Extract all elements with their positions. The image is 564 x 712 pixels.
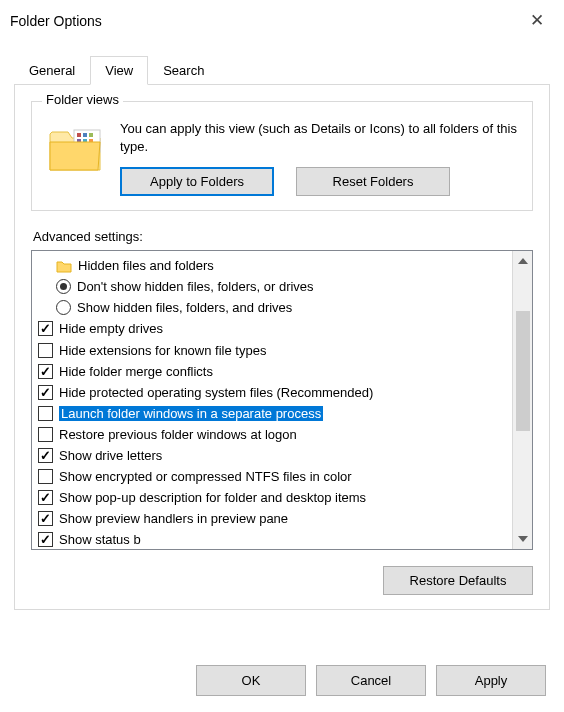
- svg-rect-3: [89, 133, 93, 137]
- checkbox-option[interactable]: ✓Show status b: [38, 529, 510, 549]
- tab-search[interactable]: Search: [148, 56, 219, 85]
- folder-views-group: Folder views You can apply this view (su…: [31, 101, 533, 211]
- option-label: Show preview handlers in preview pane: [59, 511, 288, 526]
- checkbox-icon[interactable]: ✓: [38, 511, 53, 526]
- apply-button[interactable]: Apply: [436, 665, 546, 696]
- checkbox-icon[interactable]: [38, 427, 53, 442]
- folder-icon: [56, 259, 72, 273]
- checkbox-icon[interactable]: ✓: [38, 385, 53, 400]
- checkbox-icon[interactable]: ✓: [38, 321, 53, 336]
- titlebar: Folder Options ✕: [0, 0, 564, 41]
- tab-panel-view: Folder views You can apply this view (su…: [14, 84, 550, 610]
- option-label: Show encrypted or compressed NTFS files …: [59, 469, 352, 484]
- option-label: Show hidden files, folders, and drives: [77, 300, 292, 315]
- advanced-settings-list: Hidden files and foldersDon't show hidde…: [31, 250, 533, 550]
- option-label: Restore previous folder windows at logon: [59, 427, 297, 442]
- checkbox-option[interactable]: ✓Show preview handlers in preview pane: [38, 508, 510, 529]
- folder-views-legend: Folder views: [42, 92, 123, 107]
- tree-heading-label: Hidden files and folders: [78, 258, 214, 273]
- tree-heading: Hidden files and folders: [38, 255, 510, 276]
- cancel-button[interactable]: Cancel: [316, 665, 426, 696]
- checkbox-option[interactable]: ✓Hide empty drives: [38, 318, 510, 339]
- checkbox-option[interactable]: ✓Show drive letters: [38, 445, 510, 466]
- svg-rect-2: [83, 133, 87, 137]
- option-label: Hide protected operating system files (R…: [59, 385, 373, 400]
- window-title: Folder Options: [10, 13, 102, 29]
- scroll-up-icon[interactable]: [513, 251, 532, 271]
- checkbox-option[interactable]: ✓Show pop-up description for folder and …: [38, 487, 510, 508]
- checkbox-option[interactable]: ✓Hide folder merge conflicts: [38, 361, 510, 382]
- option-label: Hide empty drives: [59, 321, 163, 336]
- option-label: Hide extensions for known file types: [59, 343, 266, 358]
- option-label: Show pop-up description for folder and d…: [59, 490, 366, 505]
- radio-option[interactable]: Show hidden files, folders, and drives: [38, 297, 510, 318]
- apply-to-folders-button[interactable]: Apply to Folders: [120, 167, 274, 196]
- checkbox-icon[interactable]: ✓: [38, 364, 53, 379]
- option-label: Show drive letters: [59, 448, 162, 463]
- option-label: Don't show hidden files, folders, or dri…: [77, 279, 314, 294]
- option-label: Hide folder merge conflicts: [59, 364, 213, 379]
- checkbox-option[interactable]: Restore previous folder windows at logon: [38, 424, 510, 445]
- reset-folders-button[interactable]: Reset Folders: [296, 167, 450, 196]
- ok-button[interactable]: OK: [196, 665, 306, 696]
- checkbox-icon[interactable]: [38, 343, 53, 358]
- option-label: Show status b: [59, 532, 141, 547]
- checkbox-option[interactable]: Hide extensions for known file types: [38, 339, 510, 360]
- radio-option[interactable]: Don't show hidden files, folders, or dri…: [38, 276, 510, 297]
- checkbox-icon[interactable]: [38, 406, 53, 421]
- checkbox-option[interactable]: Show encrypted or compressed NTFS files …: [38, 466, 510, 487]
- folder-icon: [48, 124, 104, 174]
- checkbox-icon[interactable]: ✓: [38, 448, 53, 463]
- dialog-buttons: OK Cancel Apply: [196, 665, 564, 696]
- advanced-settings-label: Advanced settings:: [33, 229, 533, 244]
- folder-views-text: You can apply this view (such as Details…: [120, 120, 520, 155]
- radio-icon[interactable]: [56, 279, 71, 294]
- scroll-thumb[interactable]: [516, 311, 530, 431]
- checkbox-option[interactable]: Launch folder windows in a separate proc…: [38, 403, 510, 424]
- radio-icon[interactable]: [56, 300, 71, 315]
- checkbox-icon[interactable]: [38, 469, 53, 484]
- tab-view[interactable]: View: [90, 56, 148, 85]
- checkbox-option[interactable]: ✓Hide protected operating system files (…: [38, 382, 510, 403]
- restore-defaults-button[interactable]: Restore Defaults: [383, 566, 533, 595]
- tabstrip: General View Search: [14, 55, 564, 84]
- tab-general[interactable]: General: [14, 56, 90, 85]
- checkbox-icon[interactable]: ✓: [38, 490, 53, 505]
- scrollbar[interactable]: [512, 251, 532, 549]
- checkbox-icon[interactable]: ✓: [38, 532, 53, 547]
- scroll-down-icon[interactable]: [513, 529, 532, 549]
- close-icon[interactable]: ✕: [524, 8, 550, 33]
- svg-rect-1: [77, 133, 81, 137]
- option-label: Launch folder windows in a separate proc…: [59, 406, 323, 421]
